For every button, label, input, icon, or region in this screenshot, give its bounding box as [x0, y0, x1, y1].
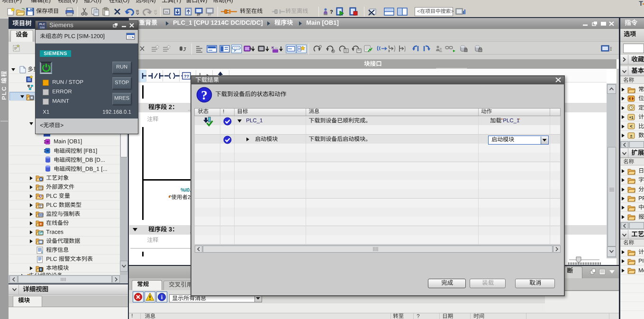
svg-text:?: ? — [201, 88, 208, 102]
svg-text:?: ? — [330, 9, 333, 15]
svg-text:<: < — [630, 124, 633, 129]
svg-text:??: ?? — [184, 74, 189, 79]
svg-text:01: 01 — [165, 10, 168, 13]
svg-text:PLC: PLC — [39, 23, 45, 26]
svg-text:K↔: K↔ — [272, 46, 278, 50]
svg-text:±: ± — [630, 134, 633, 138]
svg-text:+1: +1 — [629, 115, 634, 119]
svg-text:SIM: SIM — [40, 26, 45, 29]
svg-text:RT: RT — [208, 14, 211, 17]
svg-text:RT: RT — [197, 14, 200, 17]
